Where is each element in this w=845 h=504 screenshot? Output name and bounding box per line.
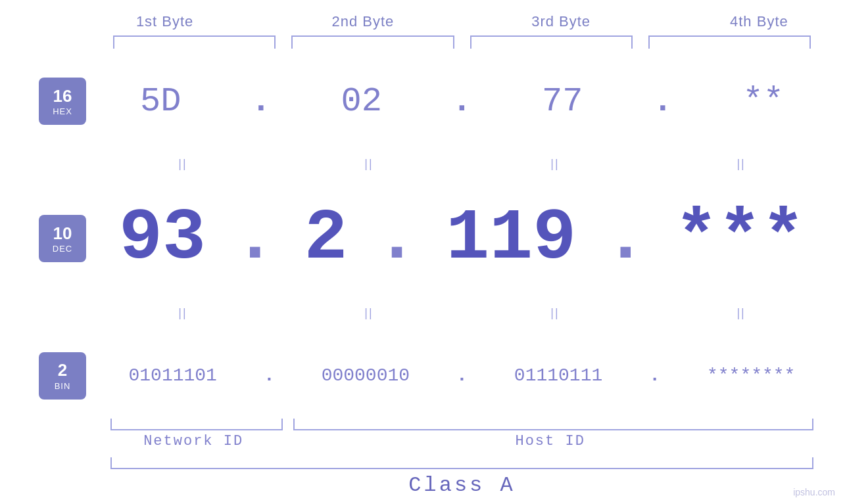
equals-symbols-2: || || || || xyxy=(105,306,819,320)
dec-byte4: *** xyxy=(675,202,805,275)
bracket-byte2 xyxy=(291,35,454,49)
eq1-b3: || xyxy=(477,157,633,171)
host-bracket xyxy=(293,419,813,430)
bin-byte1: 01011101 xyxy=(128,365,216,386)
watermark: ipshu.com xyxy=(793,487,835,497)
bin-dot2: . xyxy=(456,365,468,386)
dec-byte1: 93 xyxy=(119,202,206,275)
dec-dot3: . xyxy=(604,202,647,275)
bin-dot1: . xyxy=(264,365,275,386)
class-label: Class A xyxy=(408,473,515,497)
hex-dot1: . xyxy=(251,82,271,121)
dec-byte2: 2 xyxy=(304,202,348,275)
class-bracket xyxy=(110,457,813,469)
bin-values-row: 01011101 . 00000010 . 01110111 . *******… xyxy=(105,365,819,386)
equals-symbols-1: || || || || xyxy=(105,157,819,171)
network-bracket xyxy=(110,419,283,430)
bracket-byte1 xyxy=(113,35,276,49)
hex-badge-number: 16 xyxy=(53,86,72,106)
dec-badge-number: 10 xyxy=(53,223,72,244)
bin-section: 2 BIN 01011101 . 00000010 . 01110111 . *… xyxy=(26,352,819,400)
dec-values-row: 93 . 2 . 119 . *** xyxy=(105,202,819,275)
dec-badge-col: 10 DEC xyxy=(26,215,105,262)
byte4-header: 4th Byte xyxy=(660,13,845,30)
byte1-header: 1st Byte xyxy=(66,13,264,30)
hex-dot3: . xyxy=(652,82,673,121)
hex-values-row: 5D . 02 . 77 . ** xyxy=(105,82,819,121)
bin-byte2: 00000010 xyxy=(322,365,410,386)
dec-byte3: 119 xyxy=(446,202,576,275)
eq2-b1: || xyxy=(105,306,260,320)
hex-byte3: 77 xyxy=(542,82,583,121)
dec-dot2: . xyxy=(375,202,418,275)
eq1-b2: || xyxy=(291,157,447,171)
top-bracket-row xyxy=(105,35,819,49)
class-bracket-row xyxy=(105,457,819,469)
dec-badge: 10 DEC xyxy=(39,215,86,262)
dec-section: 10 DEC 93 . 2 . 119 . *** xyxy=(26,202,819,275)
bottom-section: Network ID Host ID Class A xyxy=(26,419,819,497)
hex-byte1: 5D xyxy=(140,82,181,121)
bin-byte3: 01110111 xyxy=(514,365,602,386)
byte3-header: 3rd Byte xyxy=(462,13,660,30)
bin-badge: 2 BIN xyxy=(39,352,86,400)
eq2-b4: || xyxy=(664,306,819,320)
eq1-b1: || xyxy=(105,157,260,171)
bracket-byte4 xyxy=(648,35,811,49)
dec-badge-label: DEC xyxy=(53,244,72,254)
bin-dot3: . xyxy=(649,365,660,386)
eq1-b4: || xyxy=(664,157,819,171)
bin-badge-col: 2 BIN xyxy=(26,352,105,400)
id-brackets xyxy=(105,419,819,430)
eq2-b2: || xyxy=(291,306,447,320)
byte2-header: 2nd Byte xyxy=(264,13,462,30)
hex-byte4: ** xyxy=(743,82,784,121)
bracket-byte3 xyxy=(470,35,633,49)
host-id-label: Host ID xyxy=(281,433,819,449)
hex-badge: 16 HEX xyxy=(39,78,86,125)
equals-row-1: || || || || xyxy=(26,157,819,171)
bin-badge-number: 2 xyxy=(58,360,67,380)
bin-badge-label: BIN xyxy=(55,381,71,392)
id-labels: Network ID Host ID xyxy=(105,433,819,449)
equals-row-2: || || || || xyxy=(26,306,819,320)
dec-dot1: . xyxy=(233,202,277,275)
eq2-b3: || xyxy=(477,306,633,320)
bin-byte4: ******** xyxy=(707,365,795,386)
main-container: 1st Byte 2nd Byte 3rd Byte 4th Byte 16 H… xyxy=(0,0,845,504)
hex-badge-col: 16 HEX xyxy=(26,78,105,125)
network-id-label: Network ID xyxy=(105,433,281,449)
hex-byte2: 02 xyxy=(341,82,381,121)
hex-section: 16 HEX 5D . 02 . 77 . ** xyxy=(26,78,819,125)
class-label-row: Class A xyxy=(105,473,819,497)
header-row: 1st Byte 2nd Byte 3rd Byte 4th Byte xyxy=(66,13,845,30)
hex-badge-label: HEX xyxy=(53,106,72,117)
hex-dot2: . xyxy=(452,82,472,121)
